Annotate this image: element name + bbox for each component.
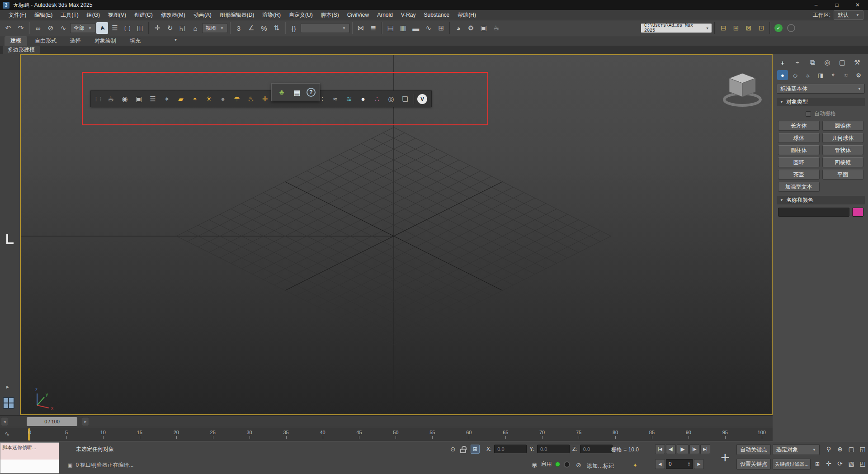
ribbon-tab[interactable]: 填充 xyxy=(124,36,146,46)
key-filters-button[interactable]: 关键点过滤器... xyxy=(773,459,811,469)
maxscript-mini-listener[interactable]: 脚本迷你侦听... xyxy=(0,442,59,474)
vray-plane-light-icon[interactable]: ▰ xyxy=(175,94,186,104)
workspace-dropdown[interactable]: 默认 ▼ xyxy=(834,10,863,20)
vray-lens-icon[interactable]: ◎ xyxy=(386,94,396,104)
select-object-icon[interactable]: ➤ xyxy=(96,22,108,34)
select-scale-icon[interactable]: ◱ xyxy=(177,22,189,34)
account-icon[interactable] xyxy=(785,22,797,34)
unlink-selection-icon[interactable]: ⊘ xyxy=(45,22,57,34)
transform-gizmo-toggle-icon[interactable]: ⊞ xyxy=(471,445,480,454)
autogrid-checkbox[interactable] xyxy=(806,111,811,117)
mini-listener-input[interactable] xyxy=(0,460,59,474)
time-slider[interactable]: 0 / 100 xyxy=(27,417,77,426)
object-type-button[interactable]: 球体 xyxy=(778,133,820,143)
menu-item[interactable]: 动画(A) xyxy=(189,10,216,20)
render-icon[interactable]: ☕ xyxy=(491,22,502,34)
next-key-button[interactable]: ▸ xyxy=(82,417,89,426)
category-systems-icon[interactable]: ⚙ xyxy=(853,70,864,80)
perspective-viewport[interactable]: x y z xyxy=(20,54,773,415)
object-type-button[interactable]: 圆锥体 xyxy=(822,121,864,131)
vray-material-sphere-icon[interactable]: ● xyxy=(358,94,368,104)
rollout-object-type[interactable]: ▼ 对象类型 xyxy=(777,98,865,106)
frame-spinner-icon[interactable]: ▲▼ xyxy=(688,461,690,467)
object-type-button[interactable]: 茶壶 xyxy=(778,170,820,180)
goto-start-button[interactable]: |◀ xyxy=(655,444,665,454)
menu-item[interactable]: 图形编辑器(D) xyxy=(216,10,259,20)
current-frame-field[interactable]: 0 ▲▼ xyxy=(666,459,693,469)
object-type-button[interactable]: 四棱锥 xyxy=(822,157,864,167)
viewport-status-icon[interactable]: ◉ xyxy=(532,461,537,468)
vray-sun-light-icon[interactable]: ☀ xyxy=(203,94,214,104)
object-type-button[interactable]: 管状体 xyxy=(822,145,864,155)
panel-tab-hierarchy[interactable]: ⧉ xyxy=(808,58,817,67)
viewport-layout-icon[interactable] xyxy=(6,234,14,244)
menu-item[interactable]: Substance xyxy=(420,10,454,20)
redo-icon[interactable]: ↷ xyxy=(15,22,27,34)
panel-tab-motion[interactable]: ◎ xyxy=(823,58,832,67)
toolbar-grip-icon[interactable]: ⋮⋮ xyxy=(93,95,102,102)
viewcube[interactable] xyxy=(717,63,767,113)
category-spacewarps-icon[interactable]: ≈ xyxy=(840,70,851,80)
ribbon-tab[interactable]: 自由形式 xyxy=(29,36,62,46)
vray-camera-icon[interactable]: ⌖ xyxy=(161,94,172,104)
align-icon[interactable]: ≣ xyxy=(368,22,379,34)
mirror-icon[interactable]: ⋈ xyxy=(355,22,367,34)
ribbon-tab[interactable]: 建模 xyxy=(5,36,27,46)
zoom-extents-all-icon[interactable]: ◱ xyxy=(858,444,868,454)
import-container-icon[interactable]: ⊟ xyxy=(717,22,729,34)
y-coordinate-field[interactable]: 0.0 xyxy=(537,445,570,453)
vray-displacement-icon[interactable]: ≈ xyxy=(330,94,340,104)
category-geometry-icon[interactable]: ● xyxy=(777,70,788,80)
select-move-icon[interactable]: ✛ xyxy=(151,22,163,34)
panel-tab-create[interactable]: + xyxy=(778,58,787,67)
select-rotate-icon[interactable]: ↻ xyxy=(164,22,176,34)
close-container-icon[interactable]: ⊡ xyxy=(755,22,767,34)
vray-frame-buffer-icon[interactable]: ▣ xyxy=(133,94,144,104)
ribbon-options-icon[interactable]: ▾ xyxy=(171,37,180,43)
vray-sphere-light-icon[interactable]: ● xyxy=(217,94,228,104)
subcategory-dropdown[interactable]: 标准基本体 ▼ xyxy=(777,84,865,94)
edit-named-sets-icon[interactable]: {} xyxy=(288,22,300,34)
angle-snap-icon[interactable]: ∠ xyxy=(245,22,257,34)
menu-item[interactable]: 视图(V) xyxy=(104,10,130,20)
category-cameras-icon[interactable]: ◨ xyxy=(815,70,826,80)
curve-editor-icon[interactable]: ∿ xyxy=(423,22,434,34)
panel-tab-utilities[interactable]: ⚒ xyxy=(853,58,862,67)
x-coordinate-field[interactable]: 0.0 xyxy=(494,445,527,453)
rendered-frame-window-icon[interactable]: ▣ xyxy=(478,22,490,34)
mini-curve-editor-icon[interactable]: ∿ xyxy=(5,430,10,437)
isolate-selection-icon[interactable]: ⊙ xyxy=(450,446,456,453)
scene-explorer-icon[interactable]: ▤ xyxy=(385,22,396,34)
menu-item[interactable]: 编辑(E) xyxy=(30,10,57,20)
orbit-icon[interactable]: ⟳ xyxy=(835,459,845,469)
zoom-icon[interactable]: ⚲ xyxy=(824,444,834,454)
time-ruler[interactable]: ∿ 05101520253035404550556065707580859095… xyxy=(0,427,773,441)
vray-ambient-light-icon[interactable]: ✛ xyxy=(259,94,270,104)
vray-fluid-icon[interactable]: ≋ xyxy=(344,94,354,104)
menu-item[interactable]: Arnold xyxy=(373,10,397,20)
play-button[interactable]: ▶ xyxy=(677,444,689,454)
object-type-button[interactable]: 几何球体 xyxy=(822,133,864,143)
object-type-button-textplus[interactable]: 加强型文本 xyxy=(778,182,820,192)
auto-key-button[interactable]: 自动关键点 xyxy=(736,444,771,455)
z-coordinate-field[interactable]: 0.0 xyxy=(580,445,613,453)
menu-item[interactable]: 渲染(R) xyxy=(258,10,285,20)
object-type-button[interactable]: 长方体 xyxy=(778,121,820,131)
vray-mesh-light-icon[interactable]: ♨ xyxy=(245,94,256,104)
menu-item[interactable]: 文件(F) xyxy=(5,10,30,20)
panel-tab-modify[interactable]: ⌁ xyxy=(793,58,802,67)
zoom-region-icon[interactable]: ▧ xyxy=(846,459,856,469)
vray-ies-light-icon[interactable]: ☂ xyxy=(231,94,242,104)
menu-item[interactable]: 脚本(S) xyxy=(317,10,343,20)
layout-expand-icon[interactable]: ▸ xyxy=(6,384,9,390)
percent-snap-icon[interactable]: % xyxy=(258,22,270,34)
close-button[interactable]: ✕ xyxy=(847,0,868,10)
key-settings-icon[interactable]: ⊞ xyxy=(813,460,822,469)
category-helpers-icon[interactable]: ⌖ xyxy=(828,70,839,80)
menu-item[interactable]: 创建(C) xyxy=(130,10,157,20)
frame-back-button[interactable]: ◀ xyxy=(655,459,665,469)
vray-dome-light-icon[interactable]: ◓ xyxy=(189,94,200,104)
set-key-button[interactable]: 设置关键点 xyxy=(736,459,771,469)
maximize-button[interactable]: □ xyxy=(826,0,847,10)
ribbon-toggle-icon[interactable]: ▬ xyxy=(410,22,422,34)
